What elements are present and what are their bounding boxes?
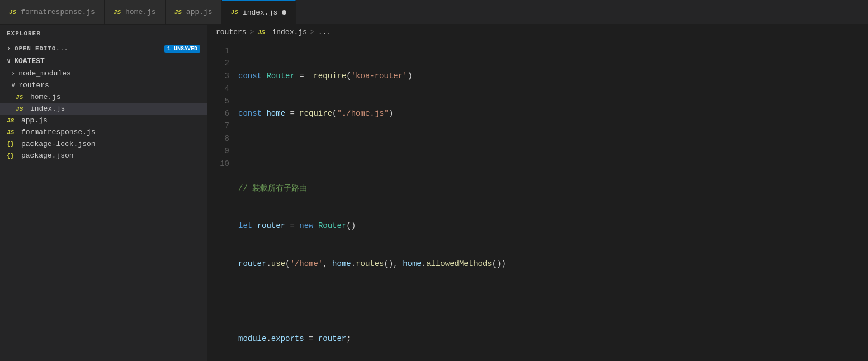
tab-index[interactable]: JS index.js <box>222 0 296 24</box>
unsaved-dot <box>282 10 286 15</box>
tab-app[interactable]: JS app.js <box>166 0 222 24</box>
file-label: app.js <box>21 116 48 125</box>
code-line-4: // 装载所有子路由 <box>238 182 868 194</box>
code-line-8: module.exports = router; <box>238 332 868 345</box>
js-icon: JS <box>231 9 238 16</box>
open-editors-left: › OPEN EDITO... <box>7 45 68 53</box>
code-area[interactable]: 1 2 3 4 5 6 7 8 9 10 const Router = requ… <box>207 40 868 361</box>
tab-label: formatresponse.js <box>21 8 95 16</box>
tab-bar: JS formatresponse.js JS home.js JS app.j… <box>0 0 868 25</box>
code-line-5: let router = new Router() <box>238 220 868 232</box>
file-home-js[interactable]: JS home.js <box>0 91 207 103</box>
open-editors-section[interactable]: › OPEN EDITO... 1 UNSAVED <box>0 42 207 55</box>
code-line-7 <box>238 295 868 307</box>
sidebar: EXPLORER › OPEN EDITO... 1 UNSAVED ∨ KOA… <box>0 25 207 361</box>
breadcrumb-file: index.js <box>272 28 306 36</box>
file-label: index.js <box>30 104 65 113</box>
code-content[interactable]: const Router = require('koa-router') con… <box>238 45 868 357</box>
js-icon: JS <box>7 117 18 124</box>
breadcrumb-ellipsis: ... <box>318 28 331 36</box>
routers-label: routers <box>18 81 49 89</box>
js-icon: JS <box>257 29 268 36</box>
chevron-down-icon: ∨ <box>11 81 15 89</box>
tab-label: index.js <box>243 8 277 17</box>
code-line-6: router.use('/home', home.routes(), home.… <box>238 258 868 270</box>
json-icon: {} <box>7 141 18 148</box>
tab-home[interactable]: JS home.js <box>105 0 166 24</box>
chevron-right-icon: › <box>7 45 11 53</box>
open-editors-label: OPEN EDITO... <box>15 45 68 52</box>
file-label: formatresponse.js <box>21 128 96 136</box>
js-icon: JS <box>114 9 121 16</box>
js-icon: JS <box>16 106 27 112</box>
js-icon: JS <box>7 129 18 136</box>
js-icon: JS <box>9 9 16 16</box>
tab-label: home.js <box>125 8 156 16</box>
json-icon: {} <box>7 153 18 159</box>
file-package-json[interactable]: {} package.json <box>0 150 207 162</box>
koatest-folder[interactable]: ∨ KOATEST <box>0 55 207 68</box>
file-label: package.json <box>21 151 74 160</box>
chevron-down-icon: ∨ <box>7 57 11 65</box>
code-line-2: const home = require("./home.js") <box>238 107 868 120</box>
routers-folder[interactable]: ∨ routers <box>0 79 207 91</box>
breadcrumb-sep2: > <box>310 28 315 36</box>
unsaved-badge: 1 UNSAVED <box>164 45 200 53</box>
explorer-header: EXPLORER <box>0 25 207 42</box>
editor[interactable]: routers > JS index.js > ... 1 2 3 4 5 6 … <box>207 25 868 361</box>
breadcrumb-folder: routers <box>216 28 247 36</box>
file-label: package-lock.json <box>21 140 96 148</box>
tab-label: app.js <box>186 8 213 16</box>
koatest-label: KOATEST <box>14 57 45 65</box>
main-area: EXPLORER › OPEN EDITO... 1 UNSAVED ∨ KOA… <box>0 25 868 361</box>
file-package-lock-json[interactable]: {} package-lock.json <box>0 138 207 150</box>
js-icon: JS <box>174 9 182 16</box>
breadcrumb: routers > JS index.js > ... <box>207 25 868 40</box>
tab-formatresponse[interactable]: JS formatresponse.js <box>0 0 105 24</box>
line-numbers: 1 2 3 4 5 6 7 8 9 10 <box>207 45 238 357</box>
node-modules-label: node_modules <box>18 69 71 78</box>
node-modules-folder[interactable]: › node_modules <box>0 68 207 79</box>
code-line-1: const Router = require('koa-router') <box>238 70 868 82</box>
code-line-3 <box>238 145 868 157</box>
file-label: home.js <box>30 93 61 101</box>
breadcrumb-sep1: > <box>250 28 254 36</box>
chevron-right-icon: › <box>11 70 15 78</box>
explorer-title: EXPLORER <box>7 30 41 37</box>
file-app-js[interactable]: JS app.js <box>0 115 207 126</box>
file-index-js[interactable]: JS index.js <box>0 103 207 115</box>
file-formatresponse-js[interactable]: JS formatresponse.js <box>0 126 207 138</box>
js-icon: JS <box>16 94 27 101</box>
